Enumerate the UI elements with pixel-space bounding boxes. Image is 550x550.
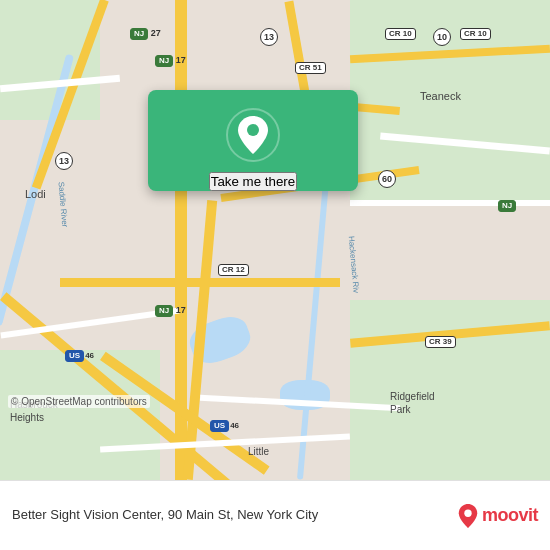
cr51-label: CR 51 <box>295 62 326 74</box>
lodi-label: Lodi <box>25 188 46 200</box>
teaneck-label: Teaneck <box>420 90 461 102</box>
location-pin-icon <box>226 108 280 162</box>
map-container: Saddle River Hackensack Riv NJ 27 NJ 17 … <box>0 0 550 480</box>
us46-label: US46 <box>65 350 94 362</box>
r10-label: 10 <box>433 28 451 46</box>
cr10-left-label: CR 10 <box>385 28 416 40</box>
r60-label: 60 <box>378 170 396 188</box>
nj27-label: NJ 27 <box>130 28 161 40</box>
little-label: Little <box>248 446 269 457</box>
nj17-top-label: NJ 17 <box>155 55 186 67</box>
map-card: Take me there <box>148 90 358 191</box>
copyright-text: © OpenStreetMap contributors <box>8 395 150 408</box>
hackensack-label: Hackensack Riv <box>347 236 361 294</box>
ridgefield-label: RidgefieldPark <box>390 390 434 416</box>
svg-point-2 <box>464 509 471 516</box>
cr10-right-label: CR 10 <box>460 28 491 40</box>
cr12-label: CR 12 <box>218 264 249 276</box>
r13-mid-label: 13 <box>55 152 73 170</box>
moovit-brand-text: moovit <box>482 505 538 526</box>
saddle-river-label: Saddle River <box>56 181 69 227</box>
bottom-bar: Better Sight Vision Center, 90 Main St, … <box>0 480 550 550</box>
nj-right-label: NJ <box>498 200 516 212</box>
moovit-logo: moovit <box>458 504 538 528</box>
cr39-label: CR 39 <box>425 336 456 348</box>
us46b-label: US46 <box>210 420 239 432</box>
nj17-mid-label: NJ 17 <box>155 305 186 317</box>
location-description: Better Sight Vision Center, 90 Main St, … <box>12 507 450 524</box>
moovit-pin-icon <box>458 504 478 528</box>
svg-point-1 <box>247 124 259 136</box>
r13-top-label: 13 <box>260 28 278 46</box>
map-card-icon-area <box>148 90 358 172</box>
take-me-there-button[interactable]: Take me there <box>209 172 297 191</box>
